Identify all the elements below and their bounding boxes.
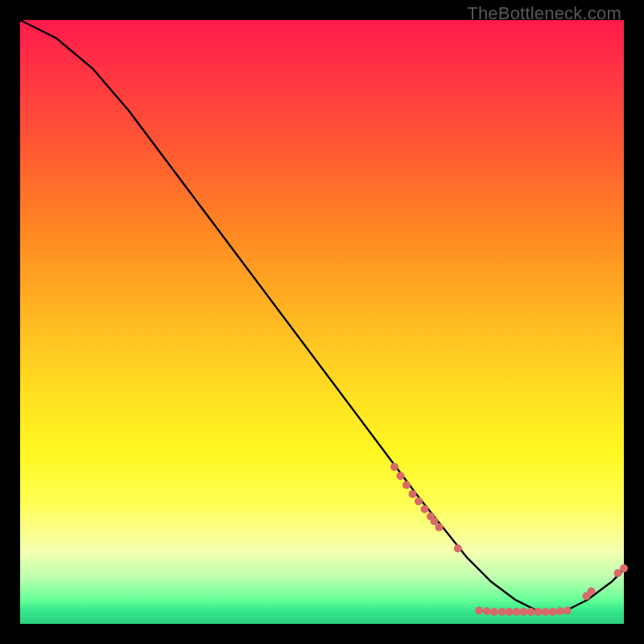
marker-point [542, 608, 550, 616]
marker-point [620, 564, 628, 572]
marker-point [549, 608, 557, 616]
marker-point [402, 481, 411, 489]
marker-point [527, 608, 535, 616]
marker-point [409, 490, 417, 498]
marker-point [535, 608, 543, 616]
watermark-text: TheBottleneck.com [467, 3, 621, 24]
marker-point [520, 608, 528, 616]
highlight-points [390, 463, 628, 616]
curve-layer [20, 20, 624, 624]
marker-point [588, 588, 596, 596]
marker-point [564, 607, 572, 615]
marker-point [556, 607, 564, 615]
marker-point [506, 608, 514, 616]
plot-area [20, 20, 624, 624]
marker-point [454, 544, 462, 552]
chart-frame: TheBottleneck.com [0, 0, 644, 644]
marker-point [436, 523, 444, 531]
marker-point [483, 607, 491, 615]
marker-point [415, 497, 423, 506]
marker-point [513, 608, 521, 616]
marker-point [475, 607, 483, 615]
marker-point [498, 608, 506, 616]
marker-point [397, 472, 405, 480]
marker-point [490, 608, 498, 616]
marker-point [390, 463, 398, 471]
bottleneck-curve [20, 20, 624, 612]
marker-point [421, 506, 429, 514]
